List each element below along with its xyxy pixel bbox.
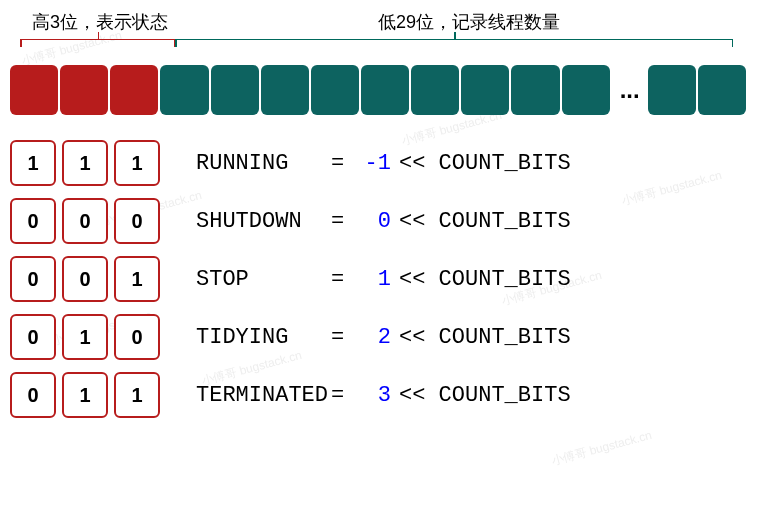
ellipsis-icon: ... xyxy=(620,76,640,104)
state-value: 1 xyxy=(356,267,391,292)
state-expression: STOP=1<< COUNT_BITS xyxy=(196,267,571,292)
state-expression: TIDYING=2<< COUNT_BITS xyxy=(196,325,571,350)
bit-low xyxy=(311,65,359,115)
bit-low xyxy=(511,65,559,115)
bit-low xyxy=(261,65,309,115)
state-name: TERMINATED xyxy=(196,383,331,408)
state-row: 000SHUTDOWN=0<< COUNT_BITS xyxy=(10,198,748,244)
bit-low xyxy=(698,65,746,115)
watermark: 小傅哥 bugstack.cn xyxy=(550,427,654,470)
equals-sign: = xyxy=(331,209,356,234)
bit-cell: 1 xyxy=(62,372,108,418)
bit-low xyxy=(160,65,208,115)
state-value: 2 xyxy=(356,325,391,350)
bit-low xyxy=(562,65,610,115)
state-suffix: << COUNT_BITS xyxy=(399,267,571,292)
bit-high xyxy=(60,65,108,115)
brace-low-icon xyxy=(175,39,733,49)
bit-low xyxy=(411,65,459,115)
bit-cell: 0 xyxy=(62,256,108,302)
bit-cell: 1 xyxy=(62,314,108,360)
bit-cell: 1 xyxy=(114,372,160,418)
equals-sign: = xyxy=(331,267,356,292)
state-value: 0 xyxy=(356,209,391,234)
state-name: TIDYING xyxy=(196,325,331,350)
label-low-bits: 低29位，记录线程数量 xyxy=(190,10,748,34)
equals-sign: = xyxy=(331,325,356,350)
state-name: RUNNING xyxy=(196,151,331,176)
bit-cell: 1 xyxy=(114,140,160,186)
bit-cell: 1 xyxy=(114,256,160,302)
brace-high-icon xyxy=(20,39,175,49)
state-suffix: << COUNT_BITS xyxy=(399,383,571,408)
bit-cell: 0 xyxy=(114,198,160,244)
state-suffix: << COUNT_BITS xyxy=(399,209,571,234)
state-suffix: << COUNT_BITS xyxy=(399,325,571,350)
state-row: 010TIDYING=2<< COUNT_BITS xyxy=(10,314,748,360)
state-expression: RUNNING=-1<< COUNT_BITS xyxy=(196,151,571,176)
bit-high xyxy=(10,65,58,115)
bit-cell: 1 xyxy=(62,140,108,186)
label-high-bits: 高3位，表示状态 xyxy=(10,10,190,34)
brace-row xyxy=(10,39,748,57)
state-row: 001STOP=1<< COUNT_BITS xyxy=(10,256,748,302)
state-value: -1 xyxy=(356,151,391,176)
state-expression: SHUTDOWN=0<< COUNT_BITS xyxy=(196,209,571,234)
state-expression: TERMINATED=3<< COUNT_BITS xyxy=(196,383,571,408)
bit-cell: 0 xyxy=(10,372,56,418)
state-suffix: << COUNT_BITS xyxy=(399,151,571,176)
bit-cell: 0 xyxy=(114,314,160,360)
bit-cell: 0 xyxy=(10,198,56,244)
state-name: STOP xyxy=(196,267,331,292)
state-row: 011TERMINATED=3<< COUNT_BITS xyxy=(10,372,748,418)
bit-low xyxy=(361,65,409,115)
bit-layout-row: ... xyxy=(10,65,748,115)
bit-cell: 0 xyxy=(10,256,56,302)
bit-cell: 1 xyxy=(10,140,56,186)
bit-low xyxy=(461,65,509,115)
header-labels: 高3位，表示状态 低29位，记录线程数量 xyxy=(10,10,748,34)
bit-cell: 0 xyxy=(62,198,108,244)
state-row: 111RUNNING=-1<< COUNT_BITS xyxy=(10,140,748,186)
state-value: 3 xyxy=(356,383,391,408)
bit-low xyxy=(648,65,696,115)
state-name: SHUTDOWN xyxy=(196,209,331,234)
bit-cell: 0 xyxy=(10,314,56,360)
bit-high xyxy=(110,65,158,115)
equals-sign: = xyxy=(331,383,356,408)
bit-low xyxy=(211,65,259,115)
equals-sign: = xyxy=(331,151,356,176)
